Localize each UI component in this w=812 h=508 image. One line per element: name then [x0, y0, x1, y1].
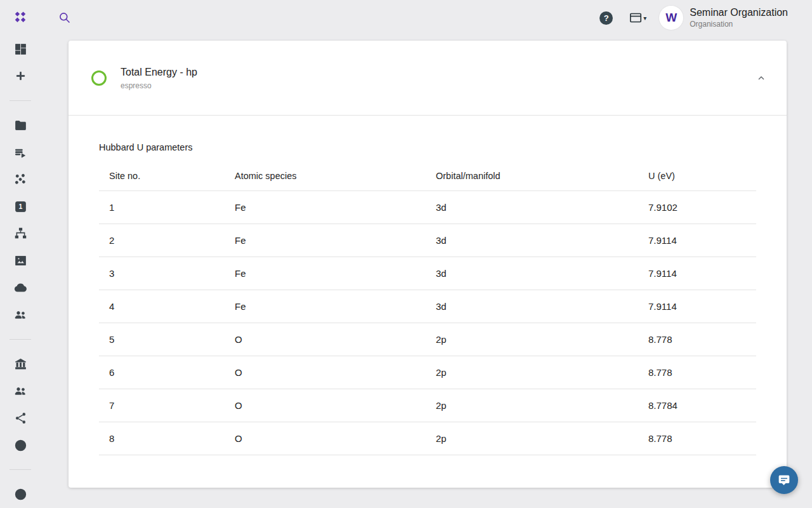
sidebar-item-images[interactable]: [0, 247, 41, 274]
help-button[interactable]: ?: [599, 11, 613, 25]
org-block: Seminar Organization Organisation: [690, 6, 788, 29]
table-cell: Fe: [225, 224, 426, 257]
console-menu-button[interactable]: ▾: [629, 12, 646, 23]
table-cell: O: [225, 422, 426, 455]
table-row: 8O2p8.778: [99, 422, 756, 455]
svg-text:1: 1: [18, 203, 22, 210]
table-cell: 2: [99, 224, 225, 257]
table-cell: 2p: [426, 422, 638, 455]
sidebar-item-public[interactable]: [0, 432, 41, 459]
table-row: 1Fe3d7.9102: [99, 191, 756, 224]
node-one-icon: 1: [14, 200, 27, 213]
add-icon: [14, 69, 27, 83]
table-row: 6O2p8.778: [99, 356, 756, 389]
card-header: Total Energy - hp espresso: [69, 41, 787, 116]
table-cell: 7.9114: [638, 290, 756, 323]
table-cell: 7.9102: [638, 191, 756, 224]
column-header-species: Atomic species: [225, 161, 426, 190]
table-cell: 2p: [426, 389, 638, 422]
card-title: Total Energy - hp: [121, 65, 752, 79]
sidebar-item-add[interactable]: [0, 63, 41, 90]
table-cell: 8: [99, 422, 225, 455]
table-cell: O: [225, 323, 426, 356]
column-header-u: U (eV): [638, 161, 756, 190]
table-cell: 8.778: [638, 422, 756, 455]
logo-icon: [13, 11, 27, 25]
search-icon: [58, 11, 71, 24]
table-row: 5O2p8.778: [99, 323, 756, 356]
sidebar-item-node[interactable]: 1: [0, 193, 41, 220]
globe-partial-icon: [14, 488, 27, 501]
bank-icon: [14, 358, 27, 371]
table-cell: 7.9114: [638, 224, 756, 257]
table-cell: 7.9114: [638, 257, 756, 290]
table-cell: 3d: [426, 290, 638, 323]
table-cell: 5: [99, 323, 225, 356]
table-cell: O: [225, 389, 426, 422]
sidebar-item-users[interactable]: [0, 378, 41, 405]
table-cell: 4: [99, 290, 225, 323]
card-titles: Total Energy - hp espresso: [121, 65, 752, 91]
sidebar-item-dashboard[interactable]: [0, 36, 41, 63]
table-cell: 3d: [426, 224, 638, 257]
workflow-icon: [14, 227, 27, 240]
table-cell: 8.778: [638, 356, 756, 389]
sidebar-item-projects[interactable]: [0, 112, 41, 139]
atoms-icon: [14, 173, 27, 186]
table-cell: 6: [99, 356, 225, 389]
table-body: 1Fe3d7.91022Fe3d7.91143Fe3d7.91144Fe3d7.…: [99, 191, 756, 455]
folder-icon: [14, 119, 27, 132]
table-row: 3Fe3d7.9114: [99, 257, 756, 290]
sidebar-item-team[interactable]: [0, 301, 41, 328]
sidebar-item-cloud[interactable]: [0, 274, 41, 302]
search-button[interactable]: [58, 11, 71, 24]
card-body: Hubbard U parameters Site no. Atomic spe…: [69, 116, 787, 455]
result-card: Total Energy - hp espresso Hubbard U par…: [69, 41, 787, 488]
chevron-up-icon: [756, 73, 766, 83]
job-list-icon: [14, 146, 27, 159]
globe-icon: [14, 439, 27, 452]
dashboard-icon: [14, 43, 27, 56]
collapse-button[interactable]: [752, 69, 770, 87]
sidebar-item-organization[interactable]: [0, 351, 41, 378]
team-icon: [14, 308, 27, 321]
table-row: 4Fe3d7.9114: [99, 290, 756, 323]
console-icon: [629, 12, 642, 23]
sidebar-divider: [10, 100, 31, 101]
table-cell: 8.7784: [638, 389, 756, 422]
sidebar-divider: [10, 469, 31, 470]
sidebar: 1: [0, 36, 41, 508]
table-cell: 3: [99, 257, 225, 290]
chat-icon: [778, 474, 790, 486]
chevron-down-icon: ▾: [643, 15, 646, 22]
cloud-upload-icon: [14, 281, 27, 295]
sidebar-divider: [10, 339, 31, 340]
avatar[interactable]: W: [659, 6, 683, 30]
table-cell: 1: [99, 191, 225, 224]
share-icon: [14, 411, 27, 425]
help-icon: ?: [604, 13, 609, 23]
table-cell: 7: [99, 389, 225, 422]
table-cell: Fe: [225, 290, 426, 323]
app-logo[interactable]: [0, 11, 41, 25]
table-cell: 2p: [426, 356, 638, 389]
avatar-letter: W: [665, 11, 677, 25]
table-row: 7O2p8.7784: [99, 389, 756, 422]
table-row: 2Fe3d7.9114: [99, 224, 756, 257]
card-subtitle: espresso: [121, 81, 752, 91]
users-icon: [14, 384, 27, 398]
topbar: ? ▾ W Seminar Organization Organisation: [0, 0, 812, 36]
table-header-row: Site no. Atomic species Orbital/manifold…: [99, 161, 756, 191]
column-header-site: Site no.: [99, 161, 225, 190]
sidebar-item-share[interactable]: [0, 404, 41, 432]
table-cell: 2p: [426, 323, 638, 356]
sidebar-item-explore[interactable]: [0, 481, 41, 508]
chat-launcher-button[interactable]: [770, 466, 798, 494]
org-name: Seminar Organization: [690, 6, 788, 19]
column-header-orbital: Orbital/manifold: [426, 161, 638, 190]
sidebar-item-materials[interactable]: [0, 166, 41, 193]
table-cell: 3d: [426, 257, 638, 290]
table-cell: O: [225, 356, 426, 389]
sidebar-item-jobs[interactable]: [0, 139, 41, 166]
sidebar-item-workflows[interactable]: [0, 220, 41, 248]
